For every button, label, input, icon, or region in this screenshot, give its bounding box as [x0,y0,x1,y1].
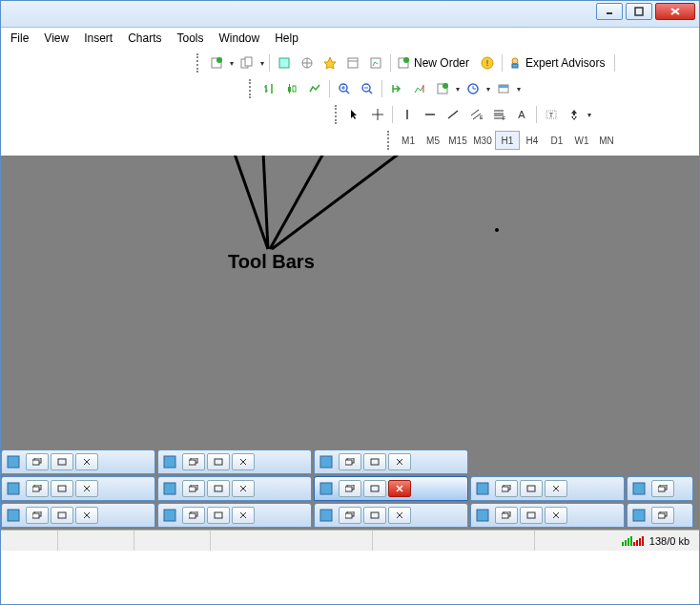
zoom-in-button[interactable] [334,78,355,99]
child-close-button[interactable] [75,507,98,524]
timeframe-h4[interactable]: H4 [520,131,545,150]
timeframe-m1[interactable]: M1 [396,131,421,150]
menu-charts[interactable]: Charts [128,31,161,45]
child-restore-button[interactable] [339,453,361,470]
horizontal-line-button[interactable] [420,104,441,125]
new-chart-button[interactable] [206,52,227,73]
indicators-dropdown[interactable]: ▾ [454,85,462,94]
data-window-button[interactable] [297,52,318,73]
child-maximize-button[interactable] [51,507,73,524]
child-maximize-button[interactable] [207,453,230,470]
child-close-button[interactable] [388,480,411,497]
timeframe-h1[interactable]: H1 [495,131,520,150]
toolbar-grip[interactable] [387,131,393,150]
zoom-out-button[interactable] [357,78,378,99]
child-maximize-button[interactable] [51,453,73,470]
menu-tools[interactable]: Tools [177,31,204,45]
child-close-button[interactable] [388,453,411,470]
child-window[interactable] [1,476,155,501]
navigator-button[interactable] [319,52,340,73]
timeframe-m30[interactable]: M30 [470,131,495,150]
child-close-button[interactable] [545,480,567,497]
new-order-button[interactable]: New Order [394,52,476,73]
templates-button[interactable] [493,78,514,99]
timeframe-w1[interactable]: W1 [569,131,594,150]
child-restore-button[interactable] [26,480,49,497]
child-close-button[interactable] [232,480,255,497]
crosshair-button[interactable] [367,104,388,125]
child-restore-button[interactable] [182,480,205,497]
child-maximize-button[interactable] [520,480,543,497]
child-restore-button[interactable] [26,453,49,470]
equidistant-channel-button[interactable]: E [465,104,486,125]
child-restore-button[interactable] [495,480,518,497]
menu-insert[interactable]: Insert [84,31,113,45]
profiles-dropdown[interactable]: ▾ [258,59,266,68]
new-chart-dropdown[interactable]: ▾ [228,59,236,68]
child-restore-button[interactable] [339,507,361,524]
menu-file[interactable]: File [10,31,29,45]
close-button[interactable] [655,3,695,20]
child-maximize-button[interactable] [207,480,230,497]
profiles-button[interactable] [237,52,257,73]
child-close-button[interactable] [75,453,98,470]
child-maximize-button[interactable] [207,507,230,524]
timeframe-d1[interactable]: D1 [545,131,569,150]
strategy-tester-button[interactable] [365,52,386,73]
child-maximize-button[interactable] [363,507,386,524]
child-maximize-button[interactable] [363,480,386,497]
child-close-button[interactable] [232,453,255,470]
auto-scroll-button[interactable] [386,78,407,99]
child-window[interactable] [627,476,693,501]
toolbar-grip[interactable] [335,105,340,124]
child-close-button[interactable] [75,480,98,497]
expert-advisors-button[interactable]: Expert Advisors [505,52,611,73]
bar-chart-button[interactable] [258,78,279,99]
chart-shift-button[interactable] [409,78,430,99]
periodicity-dropdown[interactable]: ▾ [484,85,492,94]
line-chart-button[interactable] [304,78,325,99]
child-window[interactable] [627,503,693,528]
child-window[interactable] [157,449,312,474]
child-window[interactable] [157,503,312,528]
child-window[interactable] [1,449,155,474]
child-restore-button[interactable] [495,507,518,524]
menu-help[interactable]: Help [275,31,299,45]
vertical-line-button[interactable] [397,104,418,125]
periodicity-button[interactable] [463,78,484,99]
menu-window[interactable]: Window [219,31,260,45]
child-restore-button[interactable] [651,480,674,497]
child-window[interactable] [314,449,468,474]
terminal-button[interactable] [342,52,363,73]
child-window[interactable] [314,503,468,528]
child-maximize-button[interactable] [363,453,386,470]
arrows-dropdown[interactable]: ▾ [586,111,593,119]
arrows-button[interactable] [564,104,585,125]
child-maximize-button[interactable] [520,507,543,524]
timeframe-mn[interactable]: MN [594,131,619,150]
child-restore-button[interactable] [26,507,49,524]
maximize-button[interactable] [626,3,652,20]
child-window[interactable] [1,503,155,528]
text-label-button[interactable]: T [541,104,562,125]
toolbar-grip[interactable] [249,79,255,98]
timeframe-m5[interactable]: M5 [421,131,445,150]
child-restore-button[interactable] [339,480,361,497]
child-restore-button[interactable] [651,507,674,524]
timeframe-m15[interactable]: M15 [445,131,470,150]
child-close-button[interactable] [388,507,411,524]
trendline-button[interactable] [443,104,463,125]
child-window[interactable] [470,503,625,528]
candlestick-button[interactable] [281,78,302,99]
menu-view[interactable]: View [44,31,69,45]
child-window[interactable] [157,476,312,501]
child-window[interactable] [470,476,625,501]
child-close-button[interactable] [232,507,255,524]
toolbar-grip[interactable] [196,53,202,73]
child-maximize-button[interactable] [51,480,73,497]
cursor-button[interactable] [344,104,365,125]
templates-dropdown[interactable]: ▾ [515,85,523,94]
indicators-button[interactable] [432,78,453,99]
metaeditor-button[interactable]: ! [477,52,498,73]
child-close-button[interactable] [545,507,567,524]
